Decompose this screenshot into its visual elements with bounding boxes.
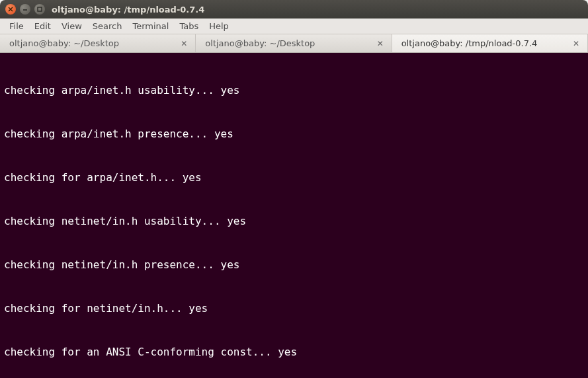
terminal-tab-2[interactable]: oltjano@baby: ~/Desktop ✕	[196, 34, 392, 52]
terminal-line: checking for netinet/in.h... yes	[4, 301, 587, 316]
terminal-viewport[interactable]: checking arpa/inet.h usability... yes ch…	[0, 53, 588, 378]
close-icon[interactable]: ✕	[571, 39, 581, 48]
svg-rect-0	[38, 7, 42, 11]
maximize-icon[interactable]	[34, 4, 45, 15]
menu-bar: File Edit View Search Terminal Tabs Help	[0, 19, 588, 34]
minimize-icon[interactable]	[20, 4, 30, 15]
window-title: oltjano@baby: /tmp/nload-0.7.4	[52, 5, 204, 15]
close-icon[interactable]	[5, 4, 16, 15]
terminal-line: checking netinet/in.h presence... yes	[4, 258, 587, 272]
window-controls	[5, 4, 45, 15]
terminal-line: checking for arpa/inet.h... yes	[4, 170, 587, 185]
menu-search[interactable]: Search	[87, 20, 128, 32]
menu-edit[interactable]: Edit	[29, 20, 56, 32]
menu-tabs[interactable]: Tabs	[174, 20, 204, 32]
terminal-line: checking for an ANSI C-conforming const.…	[4, 345, 587, 359]
terminal-tab-3[interactable]: oltjano@baby: /tmp/nload-0.7.4 ✕	[392, 34, 588, 52]
terminal-line: checking arpa/inet.h usability... yes	[4, 83, 587, 98]
tab-label: oltjano@baby: ~/Desktop	[9, 38, 119, 48]
menu-terminal[interactable]: Terminal	[127, 20, 174, 32]
close-icon[interactable]: ✕	[179, 39, 189, 48]
tab-label: oltjano@baby: ~/Desktop	[205, 38, 315, 48]
menu-help[interactable]: Help	[204, 20, 234, 32]
tab-label: oltjano@baby: /tmp/nload-0.7.4	[401, 38, 538, 48]
terminal-line: checking arpa/inet.h presence... yes	[4, 127, 587, 141]
window-titlebar: oltjano@baby: /tmp/nload-0.7.4	[0, 0, 588, 19]
menu-file[interactable]: File	[4, 20, 29, 32]
terminal-tab-1[interactable]: oltjano@baby: ~/Desktop ✕	[0, 34, 196, 52]
menu-view[interactable]: View	[56, 20, 87, 32]
terminal-line: checking netinet/in.h usability... yes	[4, 214, 587, 229]
close-icon[interactable]: ✕	[376, 39, 385, 48]
tab-bar: oltjano@baby: ~/Desktop ✕ oltjano@baby: …	[0, 34, 588, 53]
